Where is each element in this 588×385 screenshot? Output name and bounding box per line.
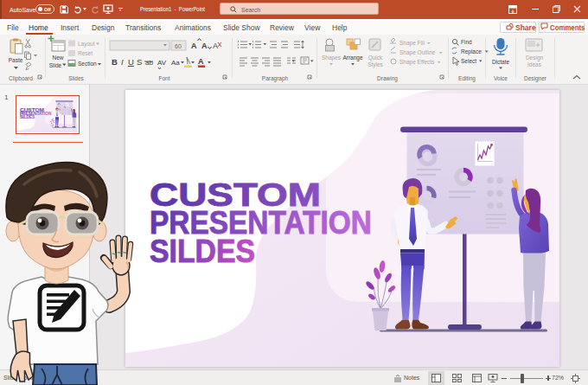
svg-text:Aa: Aa [171, 59, 180, 67]
svg-text:AV: AV [157, 59, 167, 67]
svg-text:Find: Find [461, 39, 472, 45]
svg-text:Clipboard: Clipboard [9, 75, 33, 82]
svg-text:Ideas: Ideas [527, 61, 542, 67]
svg-text:SILDES: SILDES [150, 234, 255, 269]
svg-text:Shape Effects: Shape Effects [399, 59, 435, 66]
svg-text:Slides: Slides [68, 75, 84, 81]
svg-text:Shape Fill: Shape Fill [399, 40, 425, 47]
svg-text:Select: Select [461, 58, 476, 64]
svg-text:Styles: Styles [368, 61, 383, 68]
svg-text:S: S [137, 57, 142, 67]
svg-text:Shape Outline: Shape Outline [399, 49, 436, 56]
svg-text:Layout: Layout [78, 41, 95, 48]
svg-text:Quick: Quick [368, 55, 383, 61]
svg-text:A: A [213, 42, 218, 50]
svg-text:A: A [198, 57, 204, 66]
svg-text:A: A [201, 42, 208, 50]
svg-text:U: U [128, 57, 134, 67]
svg-text:Font: Font [158, 75, 169, 81]
svg-text:Arrange: Arrange [342, 55, 363, 61]
svg-text:60: 60 [175, 43, 182, 49]
svg-text:Reset: Reset [78, 50, 93, 56]
svg-text:A: A [191, 42, 197, 50]
svg-text:Paste: Paste [9, 57, 23, 63]
svg-text:Design: Design [526, 55, 544, 61]
svg-text:New: New [52, 55, 63, 61]
svg-text:Editing: Editing [458, 75, 476, 82]
svg-text:Drawing: Drawing [377, 75, 398, 82]
svg-text:Designer: Designer [524, 75, 547, 82]
svg-text:B: B [112, 57, 118, 67]
svg-text:ab: ab [145, 59, 153, 67]
svg-text:Dictate: Dictate [492, 59, 510, 65]
svg-text:Voice: Voice [494, 75, 508, 81]
svg-text:Replace: Replace [461, 48, 482, 55]
svg-text:Slide: Slide [49, 62, 62, 68]
svg-text:I: I [121, 57, 124, 67]
svg-text:Section: Section [78, 61, 97, 67]
svg-text:Shapes: Shapes [322, 55, 342, 61]
svg-text:Paragraph: Paragraph [262, 75, 289, 82]
